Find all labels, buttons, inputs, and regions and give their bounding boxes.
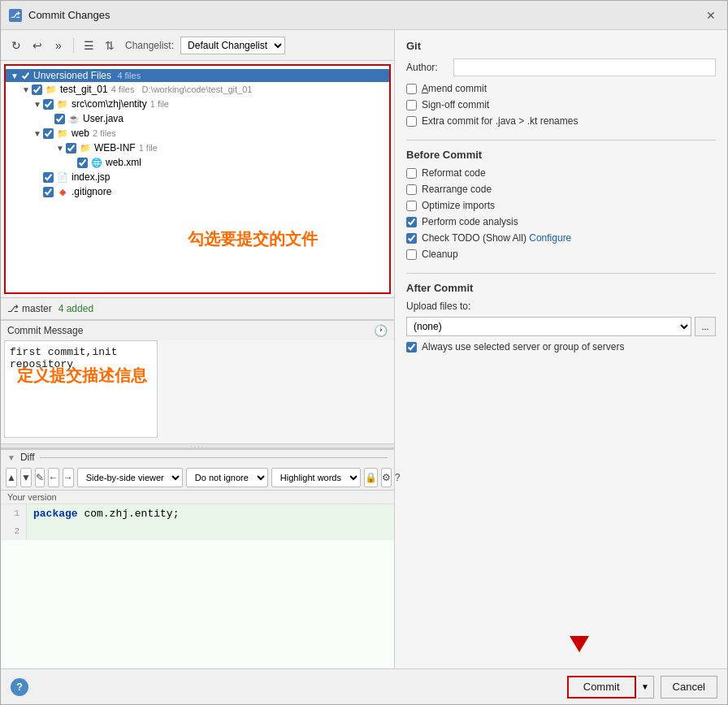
upload-browse-button[interactable]: ... — [695, 317, 716, 336]
tree-checkbox-web-xml[interactable] — [77, 158, 88, 168]
tree-checkbox-index-jsp[interactable] — [43, 172, 54, 183]
branch-icon: ⎇ — [7, 303, 19, 314]
tree-checkbox-gitignore[interactable] — [43, 187, 54, 197]
refresh-button[interactable]: ↻ — [7, 37, 25, 54]
diff-header: ▼ Diff — [1, 448, 394, 465]
jsp-icon-index: 📄 — [56, 171, 69, 184]
title-bar: ⎇ Commit Changes ✕ — [1, 1, 727, 30]
close-button[interactable]: ✕ — [703, 7, 719, 24]
tree-item-web-xml[interactable]: 🌐 web.xml — [6, 155, 389, 170]
diff-line-content-1: package com.zhj.entity; — [27, 506, 388, 521]
extra-label: Extra commit for .java > .kt renames — [422, 115, 578, 127]
toolbar-separator — [73, 38, 74, 53]
tree-checkbox-webinf[interactable] — [66, 143, 76, 154]
tree-checkbox-root[interactable] — [20, 71, 31, 81]
tree-name-webinf: WEB-INF — [94, 142, 136, 154]
added-count: 4 added — [58, 303, 93, 314]
tree-root-label: Unversioned Files 4 files — [33, 70, 141, 81]
tree-item-webinf[interactable]: ▼ 📁 WEB-INF 1 file — [6, 141, 389, 155]
xml-icon-web: 🌐 — [90, 156, 103, 169]
collapse-diff-icon[interactable]: ▼ — [7, 453, 15, 462]
diff-line-content-2 — [27, 530, 388, 533]
tree-item-gitignore[interactable]: ◆ .gitignore — [6, 184, 389, 199]
extra-row: Extra commit for .java > .kt renames — [406, 115, 716, 127]
sort-button[interactable]: ⇅ — [101, 37, 119, 54]
tree-name-test-git: test_git_01 — [60, 84, 108, 95]
diff-line-num-2: 2 — [1, 522, 27, 540]
diff-line-2: 2 — [1, 522, 394, 540]
help-button[interactable]: ? — [11, 678, 28, 696]
tree-root[interactable]: ▼ Unversioned Files 4 files — [6, 69, 389, 82]
branch-name: master — [22, 303, 52, 314]
todo-label: Check TODO (Show All) Configure — [422, 232, 571, 244]
changelist-dropdown[interactable]: Default Changelist — [180, 37, 285, 54]
cleanup-row: Cleanup — [406, 249, 716, 260]
tree-arrow-webinf: ▼ — [54, 142, 66, 154]
java-icon-user: ☕ — [67, 112, 80, 125]
extra-checkbox[interactable] — [406, 116, 417, 127]
diff-edit-button[interactable]: ✎ — [35, 468, 45, 487]
tree-checkbox-web[interactable] — [43, 128, 54, 139]
tree-name-web: web — [72, 128, 89, 139]
folder-icon-entity: 📁 — [56, 97, 69, 110]
tree-item-web[interactable]: ▼ 📁 web 2 files — [6, 126, 389, 141]
always-use-label: Always use selected server or group of s… — [422, 341, 624, 352]
commit-arrow-button[interactable]: ▼ — [638, 676, 654, 699]
tree-checkbox-user-java[interactable] — [54, 114, 65, 124]
always-use-checkbox[interactable] — [406, 342, 417, 352]
divider-2 — [406, 273, 716, 274]
undo-button[interactable]: ↩ — [28, 37, 46, 54]
upload-dropdown[interactable]: (none) — [406, 317, 691, 336]
reformat-checkbox[interactable] — [406, 168, 417, 179]
folder-icon-test-git: 📁 — [45, 83, 58, 96]
rearrange-label: Rearrange code — [422, 184, 492, 195]
optimize-checkbox[interactable] — [406, 201, 417, 211]
tree-item-index-jsp[interactable]: 📄 index.jsp — [6, 170, 389, 184]
commit-button[interactable]: Commit — [567, 676, 636, 699]
tree-checkbox-test-git[interactable] — [32, 84, 42, 95]
app-icon: ⎇ — [9, 9, 22, 22]
diff-settings-button[interactable]: ⚙ — [381, 468, 392, 487]
author-input[interactable] — [453, 58, 716, 76]
tree-item-entity[interactable]: ▼ 📁 src\com\zhj\entity 1 file — [6, 97, 389, 111]
tree-item-test-git[interactable]: ▼ 📁 test_git_01 4 files D:\working\code\… — [6, 82, 389, 97]
diff-viewer-dropdown[interactable]: Side-by-side viewer — [77, 468, 183, 487]
diff-forward-button[interactable]: → — [63, 468, 74, 487]
commit-message-input[interactable]: first commit,init repository — [4, 340, 158, 438]
tree-checkbox-entity[interactable] — [43, 99, 54, 110]
more-button[interactable]: » — [50, 37, 67, 54]
diff-up-button[interactable]: ▲ — [6, 468, 17, 487]
arrow-down-indicator — [570, 636, 589, 652]
toolbar: ↻ ↩ » ☰ ⇅ Changelist: Default Changelist — [1, 30, 394, 61]
amend-checkbox[interactable] — [406, 84, 417, 94]
amend-row: Amend commit — [406, 83, 716, 94]
diff-highlight-dropdown[interactable]: Highlight words — [271, 468, 361, 487]
right-panel: Git Author: Amend commit Sign-off commit… — [395, 30, 727, 668]
cleanup-checkbox[interactable] — [406, 249, 417, 260]
rearrange-checkbox[interactable] — [406, 184, 417, 195]
tree-name-web-xml: web.xml — [106, 157, 141, 168]
diff-ignore-dropdown[interactable]: Do not ignore — [186, 468, 268, 487]
todo-row: Check TODO (Show All) Configure — [406, 232, 716, 244]
signoff-checkbox[interactable] — [406, 100, 417, 110]
todo-checkbox[interactable] — [406, 233, 417, 244]
tree-name-entity: src\com\zhj\entity — [72, 98, 147, 110]
tree-item-user-java[interactable]: ☕ User.java — [6, 111, 389, 126]
group-button[interactable]: ☰ — [80, 37, 98, 54]
diff-back-button[interactable]: ← — [48, 468, 59, 487]
configure-link[interactable]: Configure — [529, 232, 571, 244]
diff-section: ▼ Diff ▲ ▼ ✎ ← → Side-by-side viewer Do … — [1, 448, 394, 668]
upload-label: Upload files to: — [406, 301, 479, 312]
analysis-checkbox[interactable] — [406, 217, 417, 227]
folder-icon-webinf: 📁 — [79, 141, 92, 154]
cancel-button[interactable]: Cancel — [661, 676, 717, 699]
diff-down-button[interactable]: ▼ — [20, 468, 32, 487]
diff-line-num-1: 1 — [1, 504, 27, 522]
tree-name-index-jsp: index.jsp — [72, 171, 110, 183]
upload-files-row: Upload files to: — [406, 301, 716, 312]
tree-arrow-web: ▼ — [32, 128, 43, 139]
reformat-label: Reformat code — [422, 167, 486, 179]
diff-lock-button[interactable]: 🔒 — [364, 468, 378, 487]
diff-toolbar: ▲ ▼ ✎ ← → Side-by-side viewer Do not ign… — [1, 465, 394, 491]
commit-message-title: Commit Message — [7, 325, 83, 336]
